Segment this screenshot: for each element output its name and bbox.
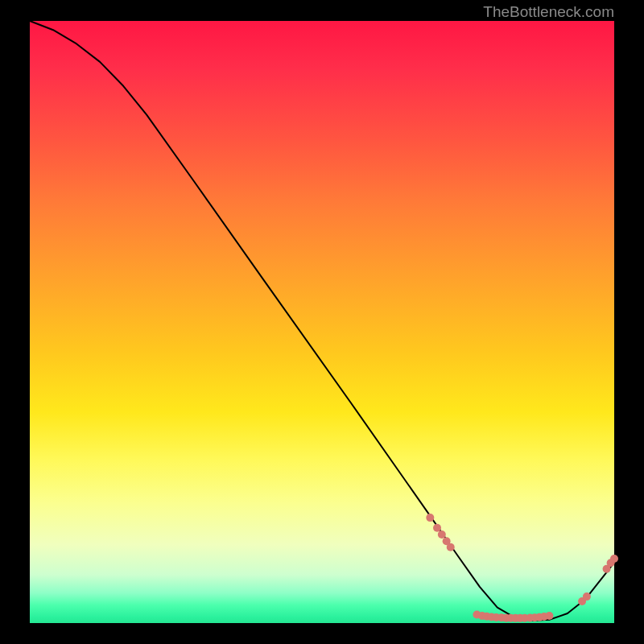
- data-marker: [433, 524, 441, 532]
- data-marker: [610, 555, 618, 563]
- data-marker: [583, 592, 591, 601]
- data-marker: [447, 543, 455, 551]
- data-marker: [426, 514, 434, 522]
- data-marker: [545, 612, 553, 620]
- curve-line: [30, 21, 614, 621]
- data-marker: [438, 530, 446, 539]
- chart-overlay: [0, 0, 644, 644]
